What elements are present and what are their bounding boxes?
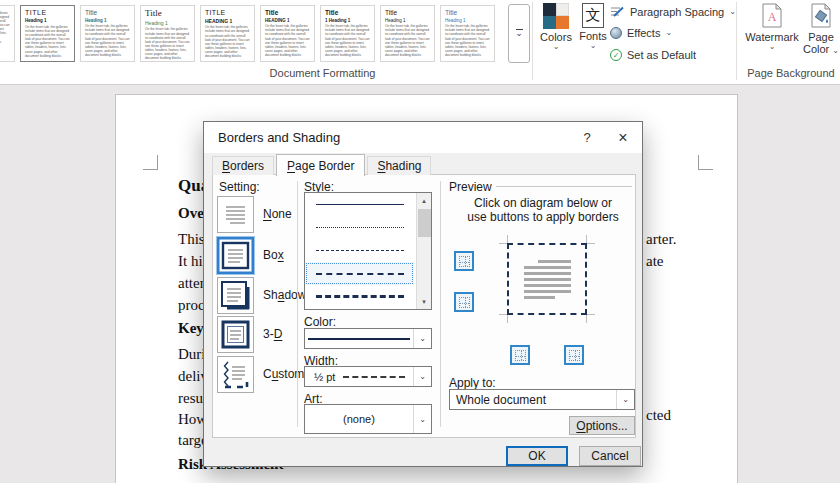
effects-label: Effects xyxy=(627,27,660,39)
options-button[interactable]: Options... xyxy=(569,416,635,435)
chevron-down-icon: ⌄ xyxy=(665,29,672,37)
cancel-button[interactable]: Cancel xyxy=(579,446,641,466)
preview-left-border-button[interactable] xyxy=(510,345,530,365)
page-color-icon xyxy=(810,3,832,29)
border-color-dropdown[interactable]: ⌄ xyxy=(304,328,432,349)
document-formatting-group-label: Document Formatting xyxy=(240,67,405,79)
style-gallery-more-button[interactable]: ⌄ xyxy=(508,4,530,63)
colors-button[interactable]: Colors ⌄ xyxy=(536,3,576,51)
setting-custom[interactable]: Custom xyxy=(217,355,295,393)
thumbnail-heading: HEADING 1 xyxy=(265,18,310,23)
thumbnail-heading: Heading 1 xyxy=(385,18,430,23)
style-set-thumbnail[interactable]: Title Heading 1 On the Insert tab, the g… xyxy=(440,5,495,62)
thumbnail-heading: HEADING 1 xyxy=(205,18,250,24)
column-divider xyxy=(440,181,441,427)
document-workspace: Qua Over This It hig atten proce Key Dur… xyxy=(0,85,840,483)
style-set-thumbnail[interactable]: On the Insert tab, the galleries include… xyxy=(0,5,15,62)
svg-text:A: A xyxy=(768,10,777,24)
chevron-down-icon: ⌄ xyxy=(832,46,839,55)
set-as-default-label: Set as Default xyxy=(627,49,696,61)
border-width-dropdown[interactable]: ½ pt ⌄ xyxy=(304,366,432,387)
doc-text-fragment: This xyxy=(178,231,205,248)
thumbnail-heading: Heading 1 xyxy=(25,18,70,23)
ribbon-group-separator xyxy=(532,2,533,80)
style-set-thumbnail[interactable]: TITLE HEADING 1 On the Insert tab, the g… xyxy=(200,5,255,62)
doc-text-fragment: ate xyxy=(646,253,663,270)
set-as-default-button[interactable]: ✓ Set as Default xyxy=(610,49,696,61)
thumbnail-body-text: On the Insert tab, the galleries include… xyxy=(205,25,250,58)
thumbnail-title: Title xyxy=(265,9,310,16)
preview-top-border-button[interactable] xyxy=(454,251,474,271)
preview-page-diagram[interactable] xyxy=(507,243,587,315)
tab-page-border[interactable]: Page Border xyxy=(276,154,365,176)
width-value: ½ pt xyxy=(305,371,335,383)
dialog-close-button[interactable]: × xyxy=(604,122,642,153)
style-set-thumbnail[interactable]: Title Heading 1 On the Insert tab, the g… xyxy=(140,5,195,62)
doc-text-fragment: Key xyxy=(178,320,204,337)
dialog-tab-strip: Borders Page Border Shading xyxy=(212,155,433,175)
paragraph-spacing-button[interactable]: Paragraph Spacing ⌄ xyxy=(610,5,736,18)
ok-button[interactable]: OK xyxy=(506,446,568,466)
thumbnail-body-text: On the Insert tab, the galleries include… xyxy=(385,24,430,57)
margin-corner-mark xyxy=(143,155,158,170)
setting-custom-label: Custom xyxy=(263,367,304,381)
paragraph-spacing-label: Paragraph Spacing xyxy=(630,6,724,18)
dialog-title: Borders and Shading xyxy=(218,130,340,145)
preview-label: Preview xyxy=(449,180,492,194)
thumbnail-title: Title xyxy=(145,9,190,19)
preview-bottom-border-button[interactable] xyxy=(454,292,474,312)
tab-borders[interactable]: Borders xyxy=(212,156,274,175)
scrollbar-thumb[interactable] xyxy=(418,209,431,237)
scroll-up-icon[interactable]: ▴ xyxy=(417,193,431,208)
chevron-down-icon: ⌄ xyxy=(413,367,431,386)
tab-shading[interactable]: Shading xyxy=(367,156,431,175)
chevron-down-icon: ⌄ xyxy=(515,29,523,38)
border-style-option-dash-small[interactable] xyxy=(305,239,414,262)
setting-box-icon xyxy=(217,237,254,274)
style-set-thumbnail[interactable]: Title 1 Heading 1 On the Insert tab, the… xyxy=(320,5,375,62)
dialog-help-button[interactable]: ? xyxy=(568,122,606,153)
theme-fonts-icon: 文 xyxy=(582,3,604,28)
chevron-down-icon: ⌄ xyxy=(616,390,634,409)
style-list-scrollbar[interactable]: ▴ ▾ xyxy=(416,193,431,309)
scroll-down-icon[interactable]: ▾ xyxy=(417,294,431,309)
thumbnail-body-text: On the Insert tab, the galleries include… xyxy=(145,27,190,60)
apply-to-value: Whole document xyxy=(450,393,546,407)
setting-box[interactable]: Box xyxy=(217,236,295,274)
style-set-thumbnail[interactable]: Title HEADING 1 On the Insert tab, the g… xyxy=(260,5,315,62)
setting-none-label: None xyxy=(263,207,292,221)
theme-colors-icon xyxy=(543,3,569,29)
apply-to-dropdown[interactable]: Whole document ⌄ xyxy=(449,389,635,410)
fonts-button[interactable]: 文 Fonts ⌄ xyxy=(576,3,610,50)
style-set-thumbnail[interactable]: Title Heading 1 On the Insert tab, the g… xyxy=(380,5,435,62)
thumbnail-body-text: On the Insert tab, the galleries include… xyxy=(445,24,490,57)
border-style-listbox: ▴ ▾ xyxy=(304,192,432,310)
effects-sphere-icon xyxy=(610,27,622,39)
effects-button[interactable]: Effects ⌄ xyxy=(610,27,672,39)
watermark-button[interactable]: A Watermark ⌄ xyxy=(741,3,803,51)
border-style-option-dash-large[interactable] xyxy=(305,285,414,308)
page-border-tab-page: Setting: None Box xyxy=(212,174,636,438)
page-background-group-label: Page Background xyxy=(742,67,840,79)
chevron-down-icon: ⌄ xyxy=(590,42,597,50)
setting-shadow[interactable]: Shadow xyxy=(217,276,295,314)
setting-3d-label: 3-D xyxy=(263,327,282,341)
thumbnail-heading: Heading 1 xyxy=(85,18,130,23)
style-set-thumbnail[interactable]: Title Heading 1 On the Insert tab, the g… xyxy=(80,5,135,62)
setting-box-label: Box xyxy=(263,248,284,262)
border-grid-icon xyxy=(459,297,470,308)
color-swatch-navy xyxy=(308,338,410,340)
border-style-option-dotted[interactable] xyxy=(305,216,414,239)
word-app-window: On the Insert tab, the galleries include… xyxy=(0,0,840,483)
border-style-option-solid[interactable] xyxy=(305,193,414,216)
border-style-option-dash-medium-selected[interactable] xyxy=(305,262,414,285)
art-dropdown[interactable]: (none) ⌄ xyxy=(304,404,432,434)
setting-3d[interactable]: 3-D xyxy=(217,315,295,353)
page-color-button[interactable]: Page Color ⌄ xyxy=(801,3,840,55)
preview-rule xyxy=(496,186,632,187)
setting-none[interactable]: None xyxy=(217,195,295,233)
setting-shadow-icon xyxy=(217,277,254,314)
preview-right-border-button[interactable] xyxy=(564,345,584,365)
style-set-thumbnail-current[interactable]: TITLE Heading 1 On the Insert tab, the g… xyxy=(20,5,75,62)
thumbnail-heading: 1 Heading 1 xyxy=(325,18,370,23)
